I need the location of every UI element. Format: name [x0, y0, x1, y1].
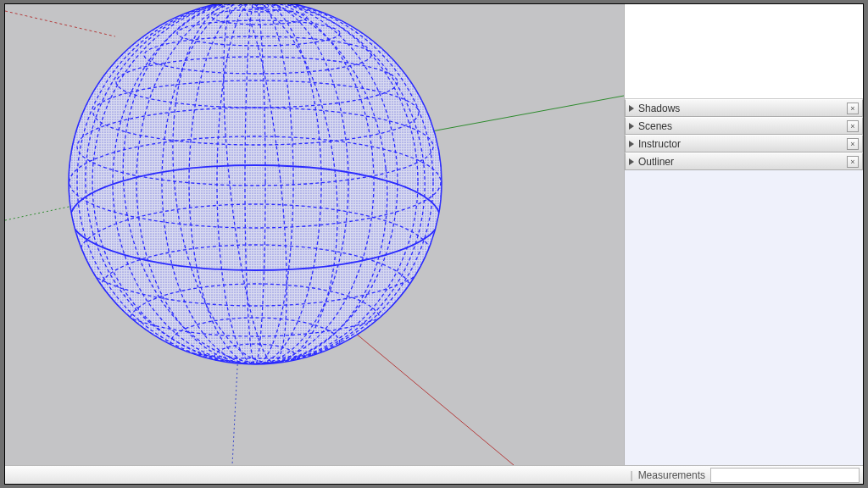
measurements-label: Measurements	[638, 469, 705, 481]
svg-line-5	[5, 206, 73, 220]
panel-outliner[interactable]: Outliner ×	[625, 152, 863, 170]
status-bar: | Measurements	[5, 465, 863, 484]
measurements-input[interactable]	[710, 468, 860, 483]
panel-label: Instructor	[638, 138, 847, 150]
panel-label: Shadows	[638, 103, 847, 114]
close-icon[interactable]: ×	[847, 120, 859, 132]
close-icon[interactable]: ×	[847, 138, 859, 150]
side-panel-blank	[625, 4, 863, 99]
panel-shadows[interactable]: Shadows ×	[625, 99, 863, 117]
close-icon[interactable]: ×	[847, 103, 859, 114]
svg-line-7	[232, 352, 238, 465]
expand-icon	[629, 105, 634, 112]
status-separator: |	[631, 469, 633, 481]
close-icon[interactable]: ×	[847, 156, 859, 168]
model-viewport[interactable]	[5, 4, 624, 465]
side-panel-tray: Shadows × Scenes × Instructor × Outliner…	[624, 4, 863, 465]
panel-label: Outliner	[638, 156, 847, 168]
svg-line-3	[5, 11, 115, 36]
expand-icon	[629, 141, 634, 147]
expand-icon	[629, 158, 634, 165]
expand-icon	[629, 123, 634, 130]
app-frame: Shadows × Scenes × Instructor × Outliner…	[4, 3, 864, 485]
panel-instructor[interactable]: Instructor ×	[625, 135, 863, 152]
panel-label: Scenes	[638, 120, 847, 132]
panel-scenes[interactable]: Scenes ×	[625, 117, 863, 135]
